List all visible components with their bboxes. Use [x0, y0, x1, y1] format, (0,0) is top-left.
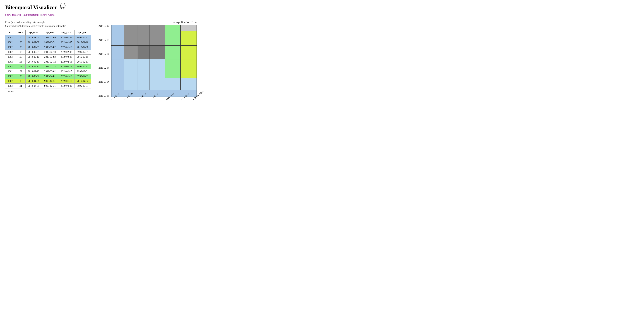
svg-rect-18 [180, 46, 197, 49]
nav-links: Show Textarea | Full timestamps | Show A… [5, 13, 639, 16]
svg-rect-35 [165, 78, 180, 90]
svg-rect-27 [138, 59, 150, 78]
svg-rect-28 [150, 59, 165, 78]
svg-rect-8 [124, 31, 138, 46]
svg-rect-4 [150, 25, 165, 31]
col-app-end: app_end [74, 30, 91, 35]
svg-rect-2 [124, 25, 138, 31]
description-line1: Price (and tax) scheduling data example [5, 20, 92, 24]
svg-rect-19 [111, 49, 124, 59]
svg-rect-5 [165, 25, 180, 31]
svg-rect-10 [150, 31, 165, 46]
y-label-5: 2019-01-10 [98, 80, 110, 83]
page-title: Bitemporal Visualizer [5, 3, 639, 11]
full-timestamps-link[interactable]: Full timestamps [23, 13, 40, 16]
description-line2: Source: https://bitemporal.net/generate-… [5, 24, 92, 28]
table-row: 10021002019-01-012019-02-092019-01-05999… [5, 35, 91, 40]
col-sys-start: sys_start [26, 30, 42, 35]
svg-rect-14 [124, 46, 138, 49]
svg-rect-31 [111, 78, 124, 90]
svg-rect-26 [124, 59, 138, 78]
y-label-1: 2019-04-02 [98, 25, 110, 27]
show-about-link[interactable]: Show About [41, 13, 54, 16]
col-sys-end: sys_end [42, 30, 58, 35]
svg-rect-1 [111, 25, 124, 31]
col-app-start: app_start [58, 30, 75, 35]
col-price: price [15, 30, 26, 35]
col-id: id [5, 30, 15, 35]
title-text: Bitemporal Visualizer [5, 4, 57, 10]
svg-rect-13 [111, 46, 124, 49]
left-panel: Price (and tax) scheduling data example … [5, 20, 92, 93]
svg-rect-21 [138, 49, 150, 59]
svg-rect-30 [180, 59, 197, 78]
svg-rect-6 [180, 25, 197, 31]
data-table: id price sys_start sys_end app_start app… [5, 30, 91, 88]
svg-rect-11 [165, 31, 180, 46]
svg-rect-33 [138, 78, 150, 90]
main-content: Price (and tax) scheduling data example … [5, 20, 639, 113]
separator-1: | [22, 13, 23, 16]
svg-rect-16 [150, 46, 165, 49]
svg-rect-7 [111, 31, 124, 46]
svg-rect-36 [180, 78, 197, 90]
svg-rect-20 [124, 49, 138, 59]
bitemporal-chart [111, 25, 197, 97]
table-row: 10021052019-02-102019-02-122019-02-15201… [5, 59, 91, 64]
svg-rect-32 [124, 78, 138, 90]
svg-rect-29 [165, 59, 180, 78]
y-label-4: 2019-02-08 [98, 66, 110, 69]
table-header-row: id price sys_start sys_end app_start app… [5, 30, 91, 35]
app-time-label: ∞ Application Time [98, 20, 197, 24]
svg-rect-12 [180, 31, 197, 46]
table-row: 10021052019-02-092019-02-102019-02-08999… [5, 50, 91, 54]
table-row: 10021052019-02-102019-03-022019-02-08201… [5, 54, 91, 59]
svg-rect-25 [111, 59, 124, 78]
description: Price (and tax) scheduling data example … [5, 20, 92, 28]
svg-rect-17 [165, 46, 180, 49]
rows-count: 11 Rows [5, 90, 92, 93]
svg-rect-23 [165, 49, 180, 59]
svg-rect-22 [150, 49, 165, 59]
y-label-3: 2019-02-15 [98, 53, 110, 55]
y-label-2: 2019-02-17 [98, 39, 110, 41]
chart-area: ∞ Application Time 2019-04-02 2019-02-17… [98, 20, 197, 113]
right-panel: ∞ Application Time 2019-04-02 2019-02-17… [98, 20, 639, 113]
table-row: 10021022019-02-122019-03-022019-02-15999… [5, 69, 91, 74]
table-row: 10021112019-04-019999-12-312019-04-02999… [5, 84, 91, 88]
svg-rect-34 [150, 78, 165, 90]
table-row: 10021032019-03-022019-04-012019-01-10999… [5, 74, 91, 79]
svg-rect-9 [138, 31, 150, 46]
table-row: 10021032019-02-102019-02-122019-02-17999… [5, 64, 91, 69]
table-row: 10021032019-04-019999-12-312019-01-10201… [5, 79, 91, 84]
table-row: 10021002019-02-092019-03-022019-01-10201… [5, 45, 91, 50]
svg-rect-15 [138, 46, 150, 49]
svg-rect-3 [138, 25, 150, 31]
y-label-6: 2019-01-05 [98, 94, 110, 97]
github-icon[interactable] [60, 3, 66, 11]
separator-2: | [40, 13, 41, 16]
svg-rect-24 [180, 49, 197, 59]
show-textarea-link[interactable]: Show Textarea [5, 13, 21, 16]
table-row: 10021002019-02-099999-12-312019-01-05201… [5, 40, 91, 45]
